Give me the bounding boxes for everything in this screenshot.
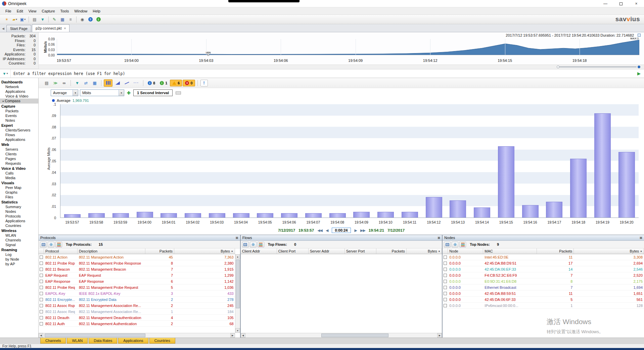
nodes-panel-header[interactable]: Nodes▣ bbox=[443, 235, 644, 241]
bar-19-54-19[interactable] bbox=[594, 113, 611, 218]
name-table-icon[interactable]: ▦ bbox=[59, 16, 66, 23]
nodes-row-2[interactable]: 0.0.0.042:45:DA:B8:D9:51172,694 bbox=[443, 260, 644, 266]
bar-19-54-07[interactable] bbox=[305, 213, 322, 218]
row-checkbox[interactable] bbox=[40, 286, 43, 289]
sidebar-item-signal[interactable]: Signal bbox=[0, 242, 38, 247]
severe-events-badge[interactable]: ×0 bbox=[183, 80, 195, 86]
chevron-down-icon[interactable]: ▾ bbox=[73, 90, 78, 96]
scrollbar-thumb[interactable] bbox=[321, 334, 388, 337]
flows-col-client-addr[interactable]: Client Addr bbox=[241, 248, 277, 254]
row-checkbox[interactable] bbox=[40, 268, 43, 271]
sidebar-item-applications[interactable]: Applications bbox=[0, 219, 38, 223]
protocols-row-2[interactable]: 802.11 Probe Rsp802.11 Management Probe … bbox=[39, 260, 235, 266]
bottom-tab-channels[interactable]: Channels bbox=[40, 338, 66, 344]
print-icon[interactable]: ▤ bbox=[43, 80, 50, 86]
bar-19-54-05[interactable] bbox=[257, 213, 273, 218]
details-grid-icon[interactable]: ▦ bbox=[91, 80, 98, 86]
row-checkbox[interactable] bbox=[40, 274, 43, 277]
bottom-tab-wlan[interactable]: WLAN bbox=[67, 338, 88, 344]
bottom-tab-data-rates[interactable]: Data Rates bbox=[89, 338, 117, 344]
filter-menu-button[interactable]: ▼▾ bbox=[0, 69, 11, 78]
maximize-button[interactable] bbox=[613, 0, 629, 7]
time-window-value[interactable]: 0:00:24 bbox=[332, 228, 351, 233]
bar-19-54-09[interactable] bbox=[353, 212, 370, 218]
jump-to-end-button[interactable]: ▶▶ bbox=[360, 228, 365, 233]
area-chart-icon[interactable] bbox=[113, 79, 122, 87]
protocols-row-4[interactable]: EAP RequestEAP Request71,299 bbox=[39, 272, 235, 278]
sidebar-item-peer-map[interactable]: Peer Map bbox=[0, 185, 38, 190]
save-icon[interactable]: ▣▾ bbox=[19, 16, 27, 23]
sidebar-item-media[interactable]: Media bbox=[0, 176, 38, 180]
bottom-tab-countries[interactable]: Countries bbox=[149, 338, 175, 344]
timeline-scroll-right-handle[interactable] bbox=[638, 66, 640, 68]
protocols-row-8[interactable]: 802.11 Encrypte...802.11 Encrypted Data2… bbox=[39, 297, 235, 303]
minimize-button[interactable]: — bbox=[598, 0, 613, 7]
auto-scroll-icon[interactable]: ≫ bbox=[52, 80, 59, 86]
step-forward-button[interactable]: ▶ bbox=[354, 228, 357, 233]
line-chart-icon[interactable] bbox=[123, 79, 131, 87]
protocols-row-9[interactable]: 802.11 Assoc Rsp802.11 Management Associ… bbox=[39, 303, 235, 309]
nodes-table-view-icon[interactable] bbox=[444, 242, 451, 247]
flows-col-server-port[interactable]: Server Port bbox=[345, 248, 376, 254]
row-checkbox[interactable] bbox=[40, 262, 43, 265]
flows-horizontal-scrollbar[interactable]: ◀▶ bbox=[241, 333, 442, 338]
bar-19-54-18[interactable] bbox=[570, 159, 587, 218]
nodes-row-6[interactable]: 0.0.0.0Ethernet Broadcast71,694 bbox=[443, 284, 644, 290]
report-icon[interactable]: ! bbox=[200, 80, 208, 86]
sidebar-item-network[interactable]: Network bbox=[0, 84, 38, 89]
scroll-right-icon[interactable]: ▶ bbox=[230, 333, 235, 338]
row-checkbox[interactable] bbox=[444, 256, 447, 259]
bar-19-54-13[interactable] bbox=[450, 200, 466, 218]
bar-19-53-58[interactable] bbox=[88, 213, 105, 218]
row-checkbox[interactable] bbox=[444, 268, 447, 271]
pin-icon[interactable]: ▣ bbox=[235, 236, 238, 239]
bar-19-54-02[interactable] bbox=[185, 213, 201, 218]
row-checkbox[interactable] bbox=[40, 310, 43, 313]
sidebar-item-channels[interactable]: Channels bbox=[0, 238, 38, 242]
flows-table-view-icon[interactable] bbox=[242, 242, 249, 247]
nodes-row-3[interactable]: 0.0.0.042:45:DA:06:EF:33142,546 bbox=[443, 266, 644, 272]
menu-file[interactable]: File bbox=[3, 8, 14, 14]
row-checkbox[interactable] bbox=[444, 280, 447, 283]
add-graph-icon[interactable]: ✚ bbox=[127, 90, 131, 95]
bar-19-54-10[interactable] bbox=[377, 212, 394, 218]
nodes-row-8[interactable]: 0.0.0.042:45:DA:06:6F:335561 bbox=[443, 297, 644, 303]
row-checkbox[interactable] bbox=[444, 304, 447, 307]
filter-input[interactable] bbox=[11, 71, 634, 76]
menu-view[interactable]: View bbox=[26, 8, 39, 14]
timeline-scrollbar[interactable] bbox=[39, 65, 644, 69]
help-icon[interactable]: ? bbox=[87, 16, 94, 23]
minor-events-badge[interactable]: i1 bbox=[158, 80, 169, 86]
sidebar-item-wlan[interactable]: WLAN bbox=[0, 233, 38, 238]
nodes-row-9[interactable]: 0.0.0.0IPv6mcast:00:00:0...1128 bbox=[443, 303, 644, 309]
sidebar-item-by-node[interactable]: by Node bbox=[0, 257, 38, 262]
nodes-col-node[interactable]: Node bbox=[448, 248, 483, 254]
scroll-left-icon[interactable]: ◀ bbox=[39, 333, 43, 338]
flows-globe-view-icon[interactable]: ⊕ bbox=[250, 242, 257, 247]
menu-help[interactable]: Help bbox=[90, 8, 103, 14]
sidebar-item-by-ap[interactable]: by AP bbox=[0, 262, 38, 266]
protocols-row-5[interactable]: EAP ResponseEAP Response61,142 bbox=[39, 278, 235, 284]
bar-19-53-57[interactable] bbox=[64, 214, 81, 218]
protocols-row-11[interactable]: 802.11 Deauth802.11 Management Deauthent… bbox=[39, 315, 235, 321]
informational-events-badge[interactable]: i8 bbox=[146, 80, 157, 86]
bar-19-54-16[interactable] bbox=[522, 205, 539, 218]
jump-to-start-button[interactable]: ◀◀ bbox=[317, 228, 322, 233]
row-checkbox[interactable] bbox=[40, 316, 43, 319]
sidebar-item-notes[interactable]: Notes bbox=[0, 118, 38, 123]
sidebar-item-clients-servers[interactable]: Clients/Servers bbox=[0, 128, 38, 132]
bottom-tab-applications[interactable]: Applications bbox=[118, 338, 148, 344]
sidebar-item-calls[interactable]: Calls bbox=[0, 171, 38, 176]
bar-19-54-11[interactable] bbox=[402, 212, 418, 218]
scrollbar-thumb[interactable] bbox=[236, 260, 240, 308]
sidebar-item-compass[interactable]: ●Compass bbox=[0, 99, 38, 104]
protocols-row-6[interactable]: 802.11 Probe Req802.11 Management Probe … bbox=[39, 284, 235, 290]
interval-slider-icon[interactable] bbox=[176, 91, 181, 94]
nodes-chart-view-icon[interactable] bbox=[459, 242, 466, 247]
row-checkbox[interactable] bbox=[40, 304, 43, 307]
protocols-chart-view-icon[interactable] bbox=[55, 242, 62, 247]
scroll-up-icon[interactable]: ▲ bbox=[235, 254, 240, 259]
info-icon[interactable]: i bbox=[95, 16, 102, 23]
row-checkbox[interactable] bbox=[40, 292, 43, 295]
chevron-down-icon[interactable]: ▾ bbox=[119, 90, 124, 96]
